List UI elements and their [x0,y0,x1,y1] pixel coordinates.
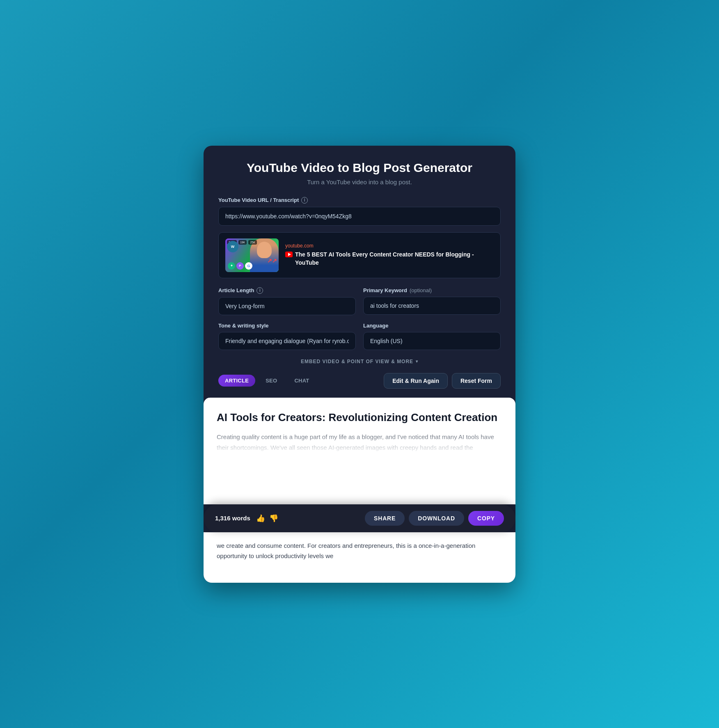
embed-toggle-button[interactable]: EMBED VIDEO & POINT OF VIEW & MORE ▾ [301,359,418,364]
language-label: Language [363,323,501,329]
tab-chat[interactable]: CHAT [287,374,316,387]
tone-group: Tone & writing style [218,323,356,350]
action-buttons: Edit & Run Again Reset Form [384,373,501,389]
video-preview[interactable]: 34K↑ 19K 25K ↗↗ ✦ P G W youtube.com [218,232,501,278]
word-count-section: 1,316 words 👍 👎 [215,514,278,523]
article-body-paragraph-2: we create and consume content. For creat… [217,540,502,570]
primary-keyword-input[interactable] [363,297,501,315]
youtube-icon [285,252,293,257]
video-title: The 5 BEST AI Tools Every Content Creato… [285,251,494,267]
article-length-select[interactable]: Very Long-form [218,297,356,315]
article-body-top: Creating quality content is a huge part … [217,432,502,453]
tone-label: Tone & writing style [218,323,356,329]
primary-keyword-group: Primary Keyword (optional) [363,287,501,315]
url-input[interactable] [218,207,501,226]
bottom-bar: 1,316 words 👍 👎 SHARE DOWNLOAD COPY [204,504,515,532]
tab-seo[interactable]: SEO [259,374,284,387]
output-area: AI Tools for Creators: Revolutionizing C… [204,398,515,504]
video-thumbnail: 34K↑ 19K 25K ↗↗ ✦ P G W [225,238,279,272]
bottom-action-buttons: SHARE DOWNLOAD COPY [365,511,504,526]
video-source: youtube.com [285,243,494,249]
tab-group: ARTICLE SEO CHAT [218,374,316,387]
edit-run-button[interactable]: Edit & Run Again [384,373,448,389]
download-button[interactable]: DOWNLOAD [409,511,464,526]
article-length-group: Article Length i Very Long-form [218,287,356,315]
language-input[interactable] [363,332,501,350]
url-field-section: YouTube Video URL / Transcript i [218,197,501,232]
page-title: YouTube Video to Blog Post Generator [218,160,501,175]
article-length-info-icon[interactable]: i [256,287,263,294]
output-area-bottom: we create and consume content. For creat… [204,532,515,583]
header: YouTube Video to Blog Post Generator Tur… [218,160,501,185]
video-info: youtube.com The 5 BEST AI Tools Every Co… [285,243,494,267]
two-col-row-1: Article Length i Very Long-form Primary … [218,287,501,315]
two-col-row-2: Tone & writing style Language [218,323,501,350]
page-subtitle: Turn a YouTube video into a blog post. [218,179,501,185]
word-count-value: 1,316 words [215,515,250,522]
url-field-label: YouTube Video URL / Transcript i [218,197,501,204]
chevron-down-icon: ▾ [416,359,418,364]
thumbs-down-icon[interactable]: 👎 [269,514,278,523]
action-bar: ARTICLE SEO CHAT Edit & Run Again Reset … [218,373,501,389]
article-length-label: Article Length i [218,287,356,294]
app-card: YouTube Video to Blog Post Generator Tur… [204,146,515,583]
primary-keyword-label: Primary Keyword (optional) [363,287,501,293]
article-body-paragraph-1: Creating quality content is a huge part … [217,432,502,453]
copy-button[interactable]: COPY [468,511,504,526]
tone-input[interactable] [218,332,356,350]
share-button[interactable]: SHARE [365,511,405,526]
url-info-icon[interactable]: i [301,197,308,204]
tab-article[interactable]: ARTICLE [218,375,255,387]
feedback-icons: 👍 👎 [256,514,278,523]
article-title: AI Tools for Creators: Revolutionizing C… [217,411,502,425]
embed-toggle: EMBED VIDEO & POINT OF VIEW & MORE ▾ [218,357,501,365]
language-group: Language [363,323,501,350]
reset-form-button[interactable]: Reset Form [452,373,501,389]
thumbs-up-icon[interactable]: 👍 [256,514,265,523]
